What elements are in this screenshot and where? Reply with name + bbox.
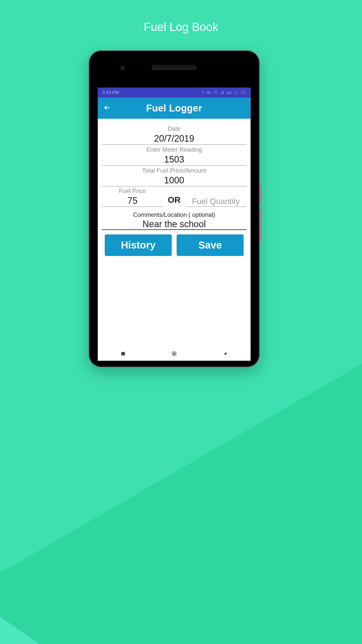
back-nav-button[interactable] <box>222 351 228 356</box>
phone-side-button <box>260 209 261 242</box>
signal-icon <box>220 91 224 95</box>
svg-rect-1 <box>207 92 209 93</box>
comments-input[interactable] <box>102 218 247 230</box>
total-amount-input[interactable] <box>102 174 247 186</box>
phone-bezel: 3:53 PM 4G VoLTE 17 <box>91 52 258 365</box>
svg-rect-3 <box>220 93 221 94</box>
fuel-price-label: Fuel Price <box>102 187 163 194</box>
phone-camera <box>121 66 125 70</box>
meter-label: Enter Meter Reading <box>102 146 247 153</box>
home-button[interactable] <box>172 351 177 356</box>
meter-reading-input[interactable] <box>102 153 247 166</box>
fuel-price-input[interactable] <box>102 194 163 207</box>
save-button[interactable]: Save <box>177 234 244 256</box>
screen: 3:53 PM 4G VoLTE 17 <box>98 88 251 361</box>
volte-label: VoLTE <box>234 90 238 95</box>
status-bar: 3:53 PM 4G VoLTE 17 <box>98 88 251 98</box>
fuel-form: Date Enter Meter Reading Total Fuel Pric… <box>98 119 251 256</box>
comments-label: Comments/Location ( optional) <box>102 211 247 218</box>
total-label: Total Fuel Price/Amount <box>102 167 247 174</box>
battery-saver-icon <box>207 91 211 95</box>
or-separator: OR <box>168 195 180 207</box>
recent-apps-button[interactable] <box>121 351 126 356</box>
svg-rect-8 <box>121 352 125 355</box>
bluetooth-icon <box>201 90 204 95</box>
page-title: Fuel Log Book <box>0 20 362 34</box>
app-bar: Fuel Logger <box>98 98 251 119</box>
history-button[interactable]: History <box>105 234 172 256</box>
date-input[interactable] <box>102 132 247 145</box>
phone-frame: 3:53 PM 4G VoLTE 17 <box>89 50 260 367</box>
network-label: 4G <box>227 91 232 95</box>
svg-point-10 <box>173 353 175 355</box>
status-icons: 4G VoLTE 17 <box>201 90 246 95</box>
app-title: Fuel Logger <box>98 103 251 114</box>
back-button[interactable] <box>103 104 111 112</box>
svg-rect-5 <box>222 92 222 94</box>
svg-rect-4 <box>221 92 221 94</box>
android-nav-bar <box>98 347 251 361</box>
phone-side-button <box>260 184 261 204</box>
svg-rect-6 <box>223 91 223 94</box>
alarm-icon <box>214 90 218 95</box>
battery-indicator: 17 <box>241 91 246 94</box>
date-label: Date <box>102 125 247 132</box>
svg-marker-11 <box>224 352 226 355</box>
phone-speaker <box>152 65 197 70</box>
fuel-quantity-input[interactable] <box>185 195 247 207</box>
status-time: 3:53 PM <box>102 90 119 95</box>
